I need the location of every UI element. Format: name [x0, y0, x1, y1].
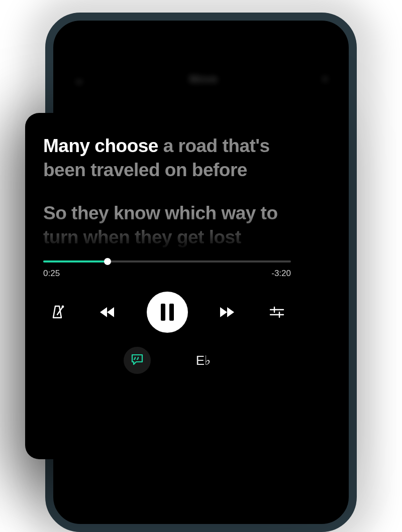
phone-header: ⌄ Move ≡ [53, 71, 349, 87]
time-remaining: -3:20 [271, 269, 291, 279]
time-row: 0:25 -3:20 [43, 269, 291, 279]
bottom-row: E♭ [43, 347, 291, 374]
svg-marker-5 [227, 307, 234, 317]
forward-icon [216, 305, 236, 320]
rewind-icon [98, 305, 118, 320]
lyrics-toggle-button[interactable] [124, 347, 151, 374]
lyrics-fade [43, 214, 291, 259]
metronome-button[interactable] [45, 300, 69, 324]
pause-icon [159, 304, 176, 321]
svg-marker-2 [107, 307, 114, 317]
transport-controls [43, 292, 291, 333]
player-card: Many choose a road that's been traveled … [25, 113, 309, 459]
lyric-active-text: Many choose [43, 136, 158, 156]
progress-track[interactable] [43, 260, 291, 262]
pause-button[interactable] [147, 292, 188, 333]
forward-button[interactable] [214, 300, 238, 324]
progress-section: 0:25 -3:20 [43, 260, 291, 279]
time-elapsed: 0:25 [43, 269, 60, 279]
tuning-button[interactable] [265, 300, 289, 324]
svg-point-1 [62, 306, 64, 308]
lyrics-icon [130, 352, 144, 368]
chevron-down-icon: ⌄ [73, 71, 85, 87]
svg-marker-3 [100, 307, 107, 317]
svg-marker-4 [220, 307, 227, 317]
progress-thumb[interactable] [104, 258, 111, 265]
tuning-icon [268, 304, 285, 321]
rewind-button[interactable] [96, 300, 120, 324]
key-button[interactable]: E♭ [196, 353, 211, 368]
metronome-icon [49, 304, 66, 321]
lyric-line-1: Many choose a road that's been traveled … [43, 134, 291, 182]
progress-fill [43, 260, 108, 262]
menu-icon: ≡ [322, 73, 329, 86]
phone-title: Move [85, 73, 322, 86]
